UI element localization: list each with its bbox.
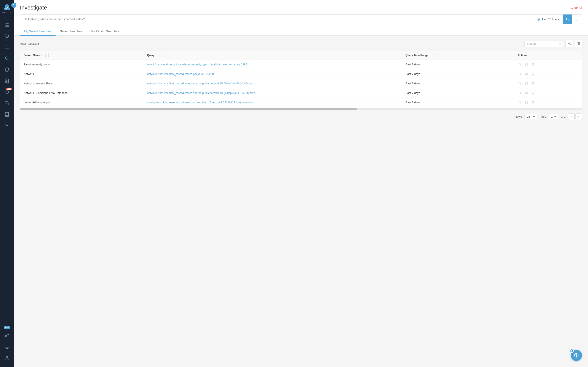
results-table: Search Name ↑ ⋮⋮ Query ↑↓ ⋮⋮ — [20, 51, 582, 107]
page-title: Investigate — [20, 4, 47, 11]
sidebar-item-user[interactable] — [0, 352, 14, 364]
tab-my-recent-searches[interactable]: My Recent Searches — [86, 27, 123, 36]
row-save-button-0[interactable] — [524, 62, 528, 67]
col-header-query[interactable]: Query ↑↓ ⋮⋮ — [144, 51, 402, 60]
row-query-3[interactable]: network from vpc.flow_record where sourc… — [144, 88, 402, 98]
columns-icon — [577, 42, 580, 45]
tab-my-saved-searches[interactable]: My Saved Searches — [20, 27, 56, 36]
sidebar-item-reports[interactable] — [0, 75, 14, 86]
alerts-badge: 1889 — [6, 88, 12, 90]
sidebar-item-monitor[interactable] — [0, 341, 14, 352]
row-actions-3 — [514, 88, 582, 98]
svg-rect-3 — [7, 25, 9, 26]
row-name-2: Network Insecure Ports — [20, 79, 144, 88]
compliance-icon — [5, 101, 9, 106]
expand-sidebar-button[interactable] — [11, 3, 17, 8]
row-actions-0 — [514, 60, 582, 69]
svg-point-41 — [519, 101, 521, 103]
table-search-input[interactable] — [527, 42, 557, 45]
sidebar-item-analytics[interactable] — [0, 30, 14, 42]
row-delete-button-3[interactable] — [531, 91, 535, 95]
sidebar-item-investigate[interactable] — [0, 53, 14, 64]
row-time-range-1: Past 7 days — [402, 69, 515, 79]
help-button[interactable]: 6 — [571, 350, 582, 361]
row-query-1[interactable]: network from vpc.flow_record where packe… — [144, 69, 402, 79]
sidebar-item-compliance[interactable] — [0, 98, 14, 109]
row-delete-button-2[interactable] — [531, 81, 535, 85]
svg-point-39 — [519, 92, 521, 94]
help-badge: 6 — [570, 349, 574, 353]
tab-saved-searches[interactable]: Saved Searches — [56, 27, 86, 36]
row-actions-1 — [514, 69, 582, 79]
row-time-range-2: Past 7 days — [402, 79, 515, 88]
svg-line-20 — [8, 334, 9, 335]
sidebar-item-key[interactable] — [0, 330, 14, 341]
save-search-button[interactable] — [572, 15, 582, 24]
sidebar-bottom: Trial — [0, 326, 14, 367]
row-delete-button-1[interactable] — [531, 72, 535, 76]
table-scrollbar-thumb[interactable] — [20, 108, 357, 110]
sidebar-item-list[interactable] — [0, 42, 14, 53]
svg-line-27 — [568, 20, 569, 20]
svg-rect-31 — [577, 42, 578, 45]
row-query-4[interactable]: config from cloud.resource where cloud.s… — [144, 98, 402, 107]
row-delete-button-0[interactable] — [531, 62, 535, 67]
row-time-range-4: Past 7 days — [402, 98, 515, 107]
query-link-0[interactable]: event from cloud.audit_logs where anomal… — [147, 63, 249, 66]
svg-line-36 — [520, 75, 521, 75]
clock-icon — [536, 17, 540, 21]
query-link-2[interactable]: network from vpc.flow_record where sourc… — [147, 82, 255, 85]
query-drag-icon[interactable]: ⋮⋮ — [160, 54, 166, 57]
columns-button[interactable] — [575, 40, 582, 47]
page-select[interactable]: 1 — [549, 114, 558, 119]
results-table-container: Search Name ↑ ⋮⋮ Query ↑↓ ⋮⋮ — [20, 51, 582, 110]
row-save-button-4[interactable] — [524, 100, 528, 104]
row-search-button-1[interactable] — [518, 72, 522, 76]
time-range-selector[interactable]: Past 24 hours — [533, 17, 562, 21]
row-save-button-3[interactable] — [524, 91, 528, 95]
svg-rect-1 — [7, 23, 9, 24]
prev-page-button[interactable]: ‹ — [568, 113, 575, 120]
header-top: Investigate Clear All — [20, 4, 582, 11]
clear-all-button[interactable]: Clear All — [571, 6, 582, 9]
col-header-time-range[interactable]: Query Time Range ↑↓ ⋮⋮ — [402, 51, 515, 60]
sidebar-item-books[interactable] — [0, 109, 14, 120]
svg-point-18 — [5, 335, 7, 337]
sidebar-item-settings[interactable] — [0, 120, 14, 131]
col-header-name[interactable]: Search Name ↑ ⋮⋮ — [20, 51, 144, 60]
svg-point-17 — [6, 125, 8, 126]
table-scrollbar[interactable] — [20, 108, 582, 110]
next-page-button[interactable]: › — [575, 113, 582, 120]
bookmark-icon — [575, 17, 579, 21]
search-input[interactable] — [20, 17, 533, 21]
row-save-button-1[interactable] — [524, 72, 528, 76]
row-delete-button-4[interactable] — [531, 100, 535, 104]
rows-per-page-select[interactable]: 25 50 100 — [524, 114, 537, 119]
search-icon — [5, 56, 9, 61]
sidebar-item-dashboard[interactable] — [0, 19, 14, 30]
alerts-icon — [5, 90, 9, 94]
row-query-2[interactable]: network from vpc.flow_record where sourc… — [144, 79, 402, 88]
row-save-button-2[interactable] — [524, 81, 528, 85]
query-link-4[interactable]: config from cloud.resource where cloud.s… — [147, 101, 259, 104]
query-link-1[interactable]: network from vpc.flow_record where packe… — [147, 72, 215, 75]
sidebar-item-alerts[interactable]: 1889 — [0, 86, 14, 98]
table-row: Network network from vpc.flow_record whe… — [20, 69, 582, 79]
sidebar: CLOUD — [0, 0, 14, 367]
svg-line-42 — [520, 103, 521, 104]
query-link-3[interactable]: network from vpc.flow_record where sourc… — [147, 91, 258, 95]
row-search-button-3[interactable] — [518, 91, 522, 95]
row-query-0[interactable]: event from cloud.audit_logs where anomal… — [144, 60, 402, 69]
row-search-button-2[interactable] — [518, 81, 522, 85]
row-search-button-0[interactable] — [518, 62, 522, 67]
search-execute-icon — [566, 17, 569, 21]
drag-handle-icon[interactable]: ⋮⋮ — [44, 54, 50, 57]
download-button[interactable] — [565, 40, 573, 47]
row-search-button-4[interactable] — [518, 100, 522, 104]
row-time-range-0: Past 7 days — [402, 60, 515, 69]
table-search-bar[interactable] — [524, 41, 564, 47]
row-name-1: Network — [20, 69, 144, 79]
time-drag-icon[interactable]: ⋮⋮ — [433, 54, 439, 57]
search-button[interactable] — [563, 15, 572, 24]
sidebar-item-shield[interactable] — [0, 64, 14, 75]
